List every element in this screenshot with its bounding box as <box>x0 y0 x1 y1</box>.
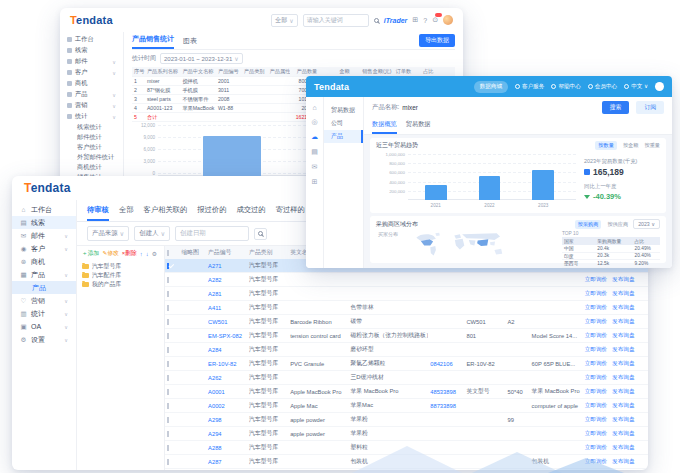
table-row[interactable]: A0002汽车型号库Apple Mac苹果Mac88733898computer… <box>165 399 648 413</box>
sidebar-item[interactable]: 产品 <box>12 281 76 294</box>
marketplace-pill-button[interactable]: 数据商城 <box>474 81 508 93</box>
target-icon[interactable]: ◎ <box>311 118 317 126</box>
chart-icon[interactable]: ▤ <box>311 148 318 156</box>
row-checkbox[interactable] <box>167 277 169 283</box>
tree-folder[interactable]: 汽车配件库 <box>82 271 159 280</box>
row-checkbox[interactable] <box>167 347 169 353</box>
row-checkbox[interactable] <box>167 263 169 269</box>
action-link[interactable]: 立即询价 <box>585 318 607 326</box>
home-icon[interactable]: ⌂ <box>312 104 316 111</box>
product-code-link[interactable]: A262 <box>206 375 247 381</box>
product-code-link[interactable]: A0002 <box>206 403 247 409</box>
row-checkbox[interactable] <box>167 403 169 409</box>
table-row[interactable]: ER-10V-82汽车型号库PVC Granule聚氯乙烯颗粒0842106ER… <box>165 357 648 371</box>
tree-tool-button[interactable]: ↓ <box>146 251 149 257</box>
sidebar-item[interactable]: 客户∨ <box>60 67 123 78</box>
product-code-link[interactable]: A282 <box>206 277 247 283</box>
sidebar-item[interactable]: ⊚商机 <box>12 255 76 268</box>
product-code-link[interactable]: A0001 <box>206 389 247 395</box>
product-code-link[interactable]: A288 <box>206 445 247 451</box>
sidebar-item[interactable]: 线索 <box>60 45 123 56</box>
sidebar-item[interactable]: 邮件∨ <box>60 56 123 67</box>
action-link[interactable]: 发布询盘 <box>612 346 634 354</box>
row-checkbox[interactable] <box>167 417 169 423</box>
header-menu-item[interactable]: 会员中心 <box>588 83 617 91</box>
action-link[interactable]: 发布询盘 <box>612 388 634 396</box>
table-row[interactable]: A284汽车型号库磨砂环型立即询价发布询盘 <box>165 343 648 357</box>
action-link[interactable]: 立即询价 <box>585 458 607 466</box>
export-button[interactable]: 导出数据 <box>419 34 455 47</box>
order-code-link[interactable]: 48533898 <box>428 389 464 395</box>
select-all-checkbox[interactable] <box>167 250 169 256</box>
tab[interactable]: 待审核 <box>87 205 109 221</box>
table-row[interactable]: A294汽车型号库apple powder苹果粉立即询价发布询盘 <box>165 427 648 441</box>
action-link[interactable]: 立即询价 <box>585 374 607 382</box>
action-link[interactable]: 立即询价 <box>585 430 607 438</box>
product-code-link[interactable]: A281 <box>206 291 247 297</box>
scope-select[interactable]: 全部∨ <box>271 14 297 27</box>
sidebar-subitem[interactable]: 商机统计 <box>60 162 123 172</box>
action-link[interactable]: 发布询盘 <box>612 402 634 410</box>
subscribe-button[interactable]: 订阅 <box>636 101 664 114</box>
tree-folder[interactable]: 我的产品库 <box>82 280 159 289</box>
tree-folder[interactable]: 汽车型号库 <box>82 262 159 271</box>
product-code-link[interactable]: A284 <box>206 347 247 353</box>
apps-icon[interactable]: ⊞ <box>412 16 418 24</box>
chart-toggle[interactable]: 按金额 <box>623 142 639 149</box>
tree-tool-button[interactable]: ⚙ <box>152 251 157 257</box>
tree-tool-button[interactable]: ✎修改 <box>102 249 118 258</box>
sidebar-item[interactable]: ▣OA∨ <box>12 320 76 333</box>
tab[interactable]: 贸易数据 <box>406 118 431 134</box>
help-icon[interactable]: ? <box>423 17 427 24</box>
sidebar-subitem[interactable]: 客户统计 <box>60 142 123 152</box>
sidebar-item[interactable]: ⚙设置∨ <box>12 333 76 346</box>
avatar[interactable] <box>443 15 453 25</box>
sidebar-item[interactable]: ◉客户∨ <box>12 242 76 255</box>
date-range-select[interactable]: 2023-01-01 ~ 2023-12-31∨ <box>160 53 243 64</box>
product-code-link[interactable]: ER-10V-82 <box>206 361 247 367</box>
order-code-link[interactable]: 0842106 <box>428 361 464 367</box>
year-select[interactable]: 2023 ∨ <box>633 219 660 229</box>
action-link[interactable]: 发布询盘 <box>612 290 634 298</box>
action-link[interactable]: 立即询价 <box>585 332 607 340</box>
header-menu-item[interactable]: 帮助中心 <box>551 83 580 91</box>
product-code-link[interactable]: A271 <box>206 263 247 269</box>
sidebar-item[interactable]: ✉邮件∨ <box>12 229 76 242</box>
action-link[interactable]: 发布询盘 <box>612 444 634 452</box>
chart-toggle[interactable]: 按数量 <box>595 141 617 150</box>
table-row[interactable]: A262汽车型号库三D缓冲线材立即询价发布询盘 <box>165 371 648 385</box>
search-button[interactable]: 搜索 <box>602 101 630 114</box>
row-checkbox[interactable] <box>167 389 169 395</box>
action-link[interactable]: 发布询盘 <box>612 332 634 340</box>
row-checkbox[interactable] <box>167 431 169 437</box>
sidebar-item[interactable]: ♡营销∨ <box>12 294 76 307</box>
creator-select[interactable]: 创建人∨ <box>134 226 170 241</box>
region-toggle[interactable]: 按采购商 <box>575 220 602 229</box>
sidebar-item[interactable]: ▤线索 <box>12 216 76 229</box>
top10-row[interactable]: 中国20.4k20.49% <box>562 245 660 253</box>
avatar[interactable] <box>655 82 664 91</box>
search-icon[interactable] <box>374 18 379 23</box>
order-code-link[interactable]: 88733898 <box>428 403 464 409</box>
product-code-link[interactable]: A287 <box>206 459 247 465</box>
action-link[interactable]: 立即询价 <box>585 444 607 452</box>
sidebar-item[interactable]: 商机 <box>60 78 123 89</box>
create-date-input[interactable]: 创建日期 <box>175 226 249 241</box>
tab[interactable]: 产品销售统计 <box>132 34 174 49</box>
top10-row[interactable]: 墨西哥12.5k9.20% <box>562 260 660 268</box>
row-checkbox[interactable] <box>167 291 169 297</box>
sidebar-item[interactable]: 工作台 <box>60 34 123 45</box>
row-checkbox[interactable] <box>167 375 169 381</box>
cloud-data-icon[interactable]: ☁ <box>311 133 318 141</box>
product-code-link[interactable]: A298 <box>206 417 247 423</box>
action-link[interactable]: 立即询价 <box>585 304 607 312</box>
sidebar-item[interactable]: ⌂工作台 <box>12 203 76 216</box>
action-link[interactable]: 立即询价 <box>585 276 607 284</box>
action-link[interactable]: 发布询盘 <box>612 276 634 284</box>
sidebar-item[interactable]: 产品∨ <box>60 89 123 100</box>
tab[interactable]: 数据概览 <box>372 118 397 134</box>
tree-tool-button[interactable]: ↑ <box>140 251 143 257</box>
product-code-link[interactable]: A294 <box>206 431 247 437</box>
nav-item[interactable]: 产品 <box>324 130 363 143</box>
table-row[interactable]: CW501汽车型号库Barcode Ribbon碳带CW501A2立即询价发布询… <box>165 315 648 329</box>
